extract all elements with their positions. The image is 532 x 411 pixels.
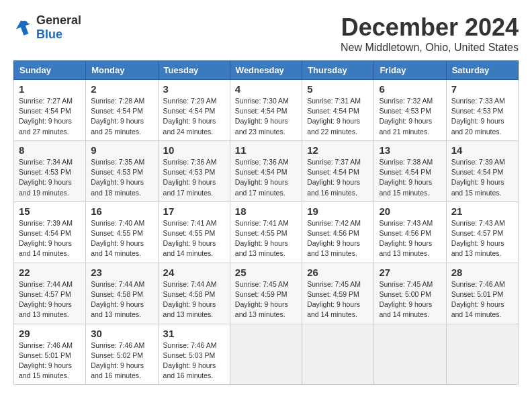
day-info-9: Sunrise: 7:35 AM Sunset: 4:53 PM Dayligh…: [91, 157, 152, 198]
day-info-17: Sunrise: 7:41 AM Sunset: 4:55 PM Dayligh…: [163, 218, 225, 259]
day-25: 25 Sunrise: 7:45 AM Sunset: 4:59 PM Dayl…: [230, 263, 302, 324]
day-number-15: 15: [19, 205, 81, 217]
day-number-22: 22: [19, 267, 81, 278]
location-subtitle: New Middletown, Ohio, United States: [341, 42, 519, 54]
logo: General Blue: [13, 13, 81, 42]
day-number-23: 23: [91, 267, 152, 278]
day-number-24: 24: [163, 267, 225, 278]
day-number-29: 29: [19, 328, 81, 339]
header-monday: Monday: [86, 61, 158, 80]
day-number-30: 30: [91, 328, 152, 339]
day-30: 30 Sunrise: 7:46 AM Sunset: 5:02 PM Dayl…: [86, 324, 158, 385]
day-22: 22 Sunrise: 7:44 AM Sunset: 4:57 PM Dayl…: [14, 263, 86, 324]
empty-cell: [374, 324, 446, 385]
day-number-9: 9: [91, 144, 152, 156]
day-16: 16 Sunrise: 7:40 AM Sunset: 4:55 PM Dayl…: [86, 201, 158, 263]
day-info-26: Sunrise: 7:45 AM Sunset: 4:59 PM Dayligh…: [307, 279, 369, 320]
day-info-24: Sunrise: 7:44 AM Sunset: 4:58 PM Dayligh…: [163, 279, 225, 320]
day-info-20: Sunrise: 7:43 AM Sunset: 4:56 PM Dayligh…: [379, 218, 441, 259]
calendar-table: Sunday Monday Tuesday Wednesday Thursday…: [13, 60, 519, 385]
day-info-2: Sunrise: 7:28 AM Sunset: 4:54 PM Dayligh…: [91, 96, 152, 137]
day-23: 23 Sunrise: 7:44 AM Sunset: 4:58 PM Dayl…: [86, 263, 158, 324]
day-info-4: Sunrise: 7:30 AM Sunset: 4:54 PM Dayligh…: [235, 96, 297, 137]
day-number-5: 5: [307, 83, 369, 95]
month-year-title: December 2024: [341, 13, 519, 42]
day-number-8: 8: [19, 144, 81, 156]
empty-cell: [230, 324, 302, 385]
header-thursday: Thursday: [302, 61, 374, 80]
day-9: 9 Sunrise: 7:35 AM Sunset: 4:53 PM Dayli…: [86, 140, 158, 201]
day-24: 24 Sunrise: 7:44 AM Sunset: 4:58 PM Dayl…: [158, 263, 230, 324]
day-number-6: 6: [379, 83, 441, 95]
empty-cell: [446, 324, 518, 385]
day-info-23: Sunrise: 7:44 AM Sunset: 4:58 PM Dayligh…: [91, 279, 152, 320]
day-number-12: 12: [307, 144, 369, 156]
day-20: 20 Sunrise: 7:43 AM Sunset: 4:56 PM Dayl…: [374, 201, 446, 263]
day-5: 5 Sunrise: 7:31 AM Sunset: 4:54 PM Dayli…: [302, 80, 374, 141]
week-row-2: 8 Sunrise: 7:34 AM Sunset: 4:53 PM Dayli…: [14, 140, 519, 201]
day-1: 1 Sunrise: 7:27 AM Sunset: 4:54 PM Dayli…: [14, 80, 86, 141]
logo-bird-icon: [13, 17, 34, 38]
day-13: 13 Sunrise: 7:38 AM Sunset: 4:54 PM Dayl…: [374, 140, 446, 201]
day-number-18: 18: [235, 205, 297, 217]
title-area: December 2024 New Middletown, Ohio, Unit…: [341, 13, 519, 54]
day-info-5: Sunrise: 7:31 AM Sunset: 4:54 PM Dayligh…: [307, 96, 369, 137]
day-2: 2 Sunrise: 7:28 AM Sunset: 4:54 PM Dayli…: [86, 80, 158, 141]
day-number-10: 10: [163, 144, 225, 156]
day-number-25: 25: [235, 267, 297, 278]
day-info-15: Sunrise: 7:39 AM Sunset: 4:54 PM Dayligh…: [19, 218, 81, 259]
day-number-28: 28: [451, 267, 513, 278]
day-info-16: Sunrise: 7:40 AM Sunset: 4:55 PM Dayligh…: [91, 218, 152, 259]
week-row-4: 22 Sunrise: 7:44 AM Sunset: 4:57 PM Dayl…: [14, 263, 519, 324]
day-info-13: Sunrise: 7:38 AM Sunset: 4:54 PM Dayligh…: [379, 157, 441, 198]
day-number-16: 16: [91, 205, 152, 217]
day-info-8: Sunrise: 7:34 AM Sunset: 4:53 PM Dayligh…: [19, 157, 81, 198]
day-15: 15 Sunrise: 7:39 AM Sunset: 4:54 PM Dayl…: [14, 201, 86, 263]
day-6: 6 Sunrise: 7:32 AM Sunset: 4:53 PM Dayli…: [374, 80, 446, 141]
day-info-10: Sunrise: 7:36 AM Sunset: 4:53 PM Dayligh…: [163, 157, 225, 198]
day-26: 26 Sunrise: 7:45 AM Sunset: 4:59 PM Dayl…: [302, 263, 374, 324]
day-info-14: Sunrise: 7:39 AM Sunset: 4:54 PM Dayligh…: [451, 157, 513, 198]
logo-text: General Blue: [36, 13, 81, 42]
day-11: 11 Sunrise: 7:36 AM Sunset: 4:54 PM Dayl…: [230, 140, 302, 201]
day-28: 28 Sunrise: 7:46 AM Sunset: 5:01 PM Dayl…: [446, 263, 518, 324]
day-29: 29 Sunrise: 7:46 AM Sunset: 5:01 PM Dayl…: [14, 324, 86, 385]
day-19: 19 Sunrise: 7:42 AM Sunset: 4:56 PM Dayl…: [302, 201, 374, 263]
day-number-14: 14: [451, 144, 513, 156]
day-number-20: 20: [379, 205, 441, 217]
day-number-11: 11: [235, 144, 297, 156]
day-info-28: Sunrise: 7:46 AM Sunset: 5:01 PM Dayligh…: [451, 279, 513, 320]
day-12: 12 Sunrise: 7:37 AM Sunset: 4:54 PM Dayl…: [302, 140, 374, 201]
header-wednesday: Wednesday: [230, 61, 302, 80]
day-info-12: Sunrise: 7:37 AM Sunset: 4:54 PM Dayligh…: [307, 157, 369, 198]
day-14: 14 Sunrise: 7:39 AM Sunset: 4:54 PM Dayl…: [446, 140, 518, 201]
day-number-19: 19: [307, 205, 369, 217]
day-info-19: Sunrise: 7:42 AM Sunset: 4:56 PM Dayligh…: [307, 218, 369, 259]
empty-cell: [302, 324, 374, 385]
day-number-27: 27: [379, 267, 441, 278]
week-row-3: 15 Sunrise: 7:39 AM Sunset: 4:54 PM Dayl…: [14, 201, 519, 263]
day-number-31: 31: [163, 328, 225, 339]
day-info-1: Sunrise: 7:27 AM Sunset: 4:54 PM Dayligh…: [19, 96, 81, 137]
day-info-11: Sunrise: 7:36 AM Sunset: 4:54 PM Dayligh…: [235, 157, 297, 198]
day-number-4: 4: [235, 83, 297, 95]
day-number-2: 2: [91, 83, 152, 95]
header-tuesday: Tuesday: [158, 61, 230, 80]
day-info-6: Sunrise: 7:32 AM Sunset: 4:53 PM Dayligh…: [379, 96, 441, 137]
day-info-25: Sunrise: 7:45 AM Sunset: 4:59 PM Dayligh…: [235, 279, 297, 320]
day-info-21: Sunrise: 7:43 AM Sunset: 4:57 PM Dayligh…: [451, 218, 513, 259]
day-number-3: 3: [163, 83, 225, 95]
day-3: 3 Sunrise: 7:29 AM Sunset: 4:54 PM Dayli…: [158, 80, 230, 141]
header-sunday: Sunday: [14, 61, 86, 80]
day-number-17: 17: [163, 205, 225, 217]
day-info-3: Sunrise: 7:29 AM Sunset: 4:54 PM Dayligh…: [163, 96, 225, 137]
day-info-18: Sunrise: 7:41 AM Sunset: 4:55 PM Dayligh…: [235, 218, 297, 259]
week-row-1: 1 Sunrise: 7:27 AM Sunset: 4:54 PM Dayli…: [14, 80, 519, 141]
day-number-21: 21: [451, 205, 513, 217]
day-info-31: Sunrise: 7:46 AM Sunset: 5:03 PM Dayligh…: [163, 340, 225, 381]
day-8: 8 Sunrise: 7:34 AM Sunset: 4:53 PM Dayli…: [14, 140, 86, 201]
day-27: 27 Sunrise: 7:45 AM Sunset: 5:00 PM Dayl…: [374, 263, 446, 324]
svg-marker-0: [14, 18, 34, 38]
day-7: 7 Sunrise: 7:33 AM Sunset: 4:53 PM Dayli…: [446, 80, 518, 141]
weekday-header-row: Sunday Monday Tuesday Wednesday Thursday…: [14, 61, 519, 80]
